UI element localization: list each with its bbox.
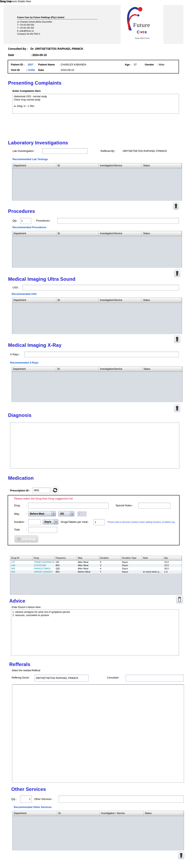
per-meal-label: Drugs/Tablets per meal :: [61, 520, 89, 523]
recommended-uss-link[interactable]: Recommended USS: [12, 292, 37, 296]
section-heading-other-services: Other Services: [11, 786, 46, 792]
procedures-table[interactable]: DepartmentIDInvestigation/ServiceStatus: [12, 231, 182, 268]
drug-table-cell: Before Meal: [77, 570, 99, 574]
procedures-clear-trash-button[interactable]: [174, 270, 180, 277]
column-header: Status: [144, 811, 184, 816]
way-frequency-select[interactable]: OD ▼: [58, 511, 74, 516]
drug-table-cell: BID: [55, 564, 77, 567]
complaints-label: Enter Complaints Here: [12, 89, 41, 92]
patient-id-value: 2807: [28, 63, 33, 66]
xray-clear-trash-button[interactable]: [174, 404, 180, 412]
procedures-qty-label: Qty :: [12, 219, 18, 222]
lab-investigation-input[interactable]: [42, 148, 87, 154]
referring-doctor-label: Reffering Doctor: [12, 676, 29, 679]
other-services-table[interactable]: DepartmentIDInvestigation / ServiceStatu…: [12, 811, 184, 850]
section-heading-diagnosis: Diagnosis: [8, 412, 32, 418]
column-header: Duration: [99, 556, 121, 560]
other-services-trash-button[interactable]: [178, 851, 184, 859]
company-email: E: jude@future.sc: [17, 29, 98, 32]
recommended-other-services-link[interactable]: Recommended Other Services: [14, 806, 52, 809]
referring-doctor-input[interactable]: [35, 675, 88, 682]
per-meal-input[interactable]: [94, 519, 105, 525]
uss-clear-trash-button[interactable]: [174, 335, 180, 343]
column-header: Department: [12, 231, 56, 236]
recommended-lab-testings-link[interactable]: Recommended Lab Testings: [12, 158, 48, 161]
procedures-input[interactable]: [57, 218, 179, 223]
add-drug-button[interactable]: Add Drug: [14, 535, 38, 542]
uss-table[interactable]: DepartmentIDInvestigation/ServiceStatus: [12, 298, 182, 334]
lab-investigation-label: Lab Investingation :: [12, 149, 35, 152]
section-heading-procedures: Procedures: [8, 209, 35, 214]
column-header: ID: [56, 367, 99, 372]
referral-select-label: Select the needed Refferal: [12, 669, 40, 672]
way-meal-select[interactable]: Before Meal ▼: [28, 511, 56, 516]
section-heading-advice: Advice: [9, 598, 25, 604]
other-services-input[interactable]: [59, 796, 184, 803]
prescription-id-input[interactable]: [33, 488, 50, 493]
uss-label: USS :: [12, 286, 19, 289]
drug-table-row[interactable]: 240HYOSCINEBIDAfter Meal3Day/s10.0: [10, 564, 182, 567]
procedures-label: Procedures :: [36, 219, 51, 222]
duration-unit-value: Day/s: [44, 520, 51, 523]
logo-word-future: Future: [133, 22, 150, 28]
company-info: Future Care by Future Holdings (Pty) Lim…: [17, 16, 98, 35]
column-header: Investigation/Service: [99, 163, 142, 168]
drug-table-cell: BID: [55, 570, 77, 574]
date-value: : 2024-09-10: [31, 53, 47, 57]
recommended-xray-link[interactable]: Recommended X-Rays: [10, 361, 38, 364]
company-phone2: T: +24 84 225 252: [17, 26, 98, 29]
refresh-icon: [53, 488, 58, 493]
drug-table-cell: After Meal: [77, 564, 99, 567]
drug-input[interactable]: [28, 503, 109, 509]
trash-icon: [178, 597, 181, 602]
column-header: Status: [142, 298, 182, 303]
date-label: Date: [8, 53, 30, 57]
lab-clear-trash-button[interactable]: [173, 202, 179, 210]
consultant-input[interactable]: [126, 675, 184, 682]
section-heading-referrals: Refferals: [9, 661, 30, 667]
refresh-prescription-button[interactable]: [52, 487, 58, 494]
drug-table-row[interactable]: 893VIRGIN LINSEEDBIDBefore Meal7Day/sto …: [10, 570, 182, 574]
column-header: ID: [56, 163, 99, 168]
total-input[interactable]: [28, 527, 57, 533]
plus-circle-icon: [17, 537, 21, 541]
patient-name-label: Patient Name: [38, 63, 55, 66]
xray-table[interactable]: DepartmentIDInvestigation/ServiceStatus: [12, 367, 183, 402]
complaints-textarea[interactable]: Abdominal USS - normal study Chest Xray …: [12, 94, 179, 114]
drug-suggestion-warning: Please select the Drug from Drug suggess…: [14, 497, 73, 500]
uss-input[interactable]: [23, 285, 179, 290]
drug-table-cell: 6: [99, 561, 121, 564]
drug-table-cell: [142, 564, 163, 567]
patient-info-box: Patient ID : 2807 Patient Name : CHARLES…: [8, 60, 179, 73]
recommended-procedures-link[interactable]: Recommended Procedures: [12, 226, 46, 229]
duration-unit-select[interactable]: Day/s ▼: [43, 519, 58, 524]
drug-list-trash-button[interactable]: [176, 595, 183, 603]
uss-table-header: DepartmentIDInvestigation/ServiceStatus: [12, 298, 182, 303]
referred-by-label: Reffered By :: [101, 149, 116, 152]
gender-label: Gender: [145, 63, 154, 66]
company-phone1: T: +24 82 593 593: [17, 23, 98, 26]
visit-id-colon: :: [26, 68, 27, 71]
drug-table-cell: 10.0: [163, 561, 182, 564]
drug-table-cell: 10.0: [163, 564, 182, 567]
drug-table-cell: 850: [10, 567, 33, 570]
lab-table[interactable]: DepartmentIDInvestigation/ServiceStatus: [12, 163, 182, 200]
drug-table-row[interactable]: 127TRIMETHOPRIM AIODAfter Meal6Day/s10.0: [10, 561, 182, 564]
diagnosis-textarea[interactable]: [10, 423, 179, 468]
drug-table-cell: Day/s: [121, 567, 142, 570]
procedures-qty-input[interactable]: [20, 218, 31, 224]
referral-list-box[interactable]: [12, 684, 184, 783]
special-notes-input[interactable]: [138, 503, 171, 509]
advice-textarea[interactable]: 1. retreive urinalysis for urine mcs if …: [11, 610, 179, 656]
drug-table-cell: 240: [10, 564, 33, 567]
drug-table-header: Drug IDDrugFequencyWayDurationDuration T…: [10, 556, 182, 561]
section-heading-medication: Medication: [8, 475, 34, 481]
drug-table-row[interactable]: 850PARACETAMOLQIDAfter Meal4Day/s30.0: [10, 567, 182, 570]
xray-input[interactable]: [25, 352, 179, 357]
duration-input[interactable]: [28, 519, 41, 525]
heart-icon: ❤: [140, 31, 143, 34]
drug-table-cell: 1.0: [163, 570, 182, 574]
other-qty-input[interactable]: [20, 796, 32, 803]
drug-table-cell: QID: [55, 567, 77, 570]
drug-list-table[interactable]: Drug IDDrugFequencyWayDurationDuration T…: [10, 556, 182, 594]
